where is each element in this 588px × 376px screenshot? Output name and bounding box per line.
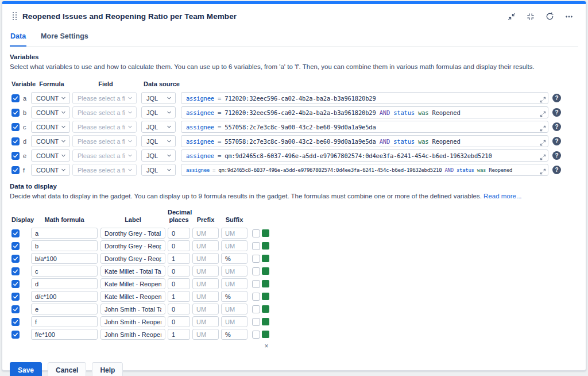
color-swatch[interactable]	[262, 318, 269, 325]
center-icon[interactable]	[527, 13, 535, 21]
jql-query-input[interactable]: assignee = qm:9d2465c8-6037-496e-a5dd-e9…	[181, 149, 548, 162]
math-formula-input[interactable]	[31, 228, 98, 239]
jql-query-input[interactable]: assignee = 557058:2c7e3c8c-9a00-43c2-be6…	[181, 135, 548, 147]
help-icon[interactable]: ?	[552, 151, 561, 160]
prefix-input[interactable]	[192, 228, 219, 239]
variable-enabled-checkbox[interactable]	[11, 123, 20, 131]
prefix-input[interactable]	[192, 266, 219, 277]
display-enabled-checkbox[interactable]	[11, 305, 20, 313]
display-enabled-checkbox[interactable]	[11, 293, 20, 301]
label-input[interactable]	[100, 329, 165, 340]
formula-select[interactable]: COUNT	[31, 106, 70, 118]
data-source-select[interactable]: JQL	[141, 121, 176, 133]
color-enabled-checkbox[interactable]	[252, 242, 260, 250]
prefix-input[interactable]	[192, 329, 219, 340]
formula-select[interactable]: COUNT	[31, 149, 70, 162]
variable-enabled-checkbox[interactable]	[11, 166, 20, 174]
math-formula-input[interactable]	[31, 266, 98, 277]
color-enabled-checkbox[interactable]	[252, 280, 260, 288]
data-source-select[interactable]: JQL	[141, 149, 176, 162]
refresh-icon[interactable]	[546, 12, 554, 21]
variable-enabled-checkbox[interactable]	[11, 94, 20, 102]
field-select[interactable]: Please select a field	[72, 106, 137, 118]
display-enabled-checkbox[interactable]	[11, 229, 20, 237]
label-input[interactable]	[100, 291, 165, 302]
prefix-input[interactable]	[192, 240, 219, 251]
suffix-input[interactable]	[221, 304, 247, 314]
color-enabled-checkbox[interactable]	[252, 267, 260, 275]
display-enabled-checkbox[interactable]	[11, 267, 20, 275]
help-icon[interactable]: ?	[552, 108, 561, 117]
display-enabled-checkbox[interactable]	[11, 255, 20, 263]
formula-select[interactable]: COUNT	[31, 121, 70, 133]
label-input[interactable]	[100, 316, 165, 327]
label-input[interactable]	[100, 304, 165, 314]
jql-query-input[interactable]: assignee = 712020:32eec596-ca02-4b2a-ba2…	[181, 92, 548, 104]
decimal-places-input[interactable]	[168, 228, 190, 239]
formula-select[interactable]: COUNT	[31, 164, 70, 176]
data-source-select[interactable]: JQL	[141, 164, 176, 176]
data-source-select[interactable]: JQL	[141, 135, 176, 147]
decimal-places-input[interactable]	[168, 240, 190, 251]
suffix-input[interactable]	[221, 316, 247, 327]
math-formula-input[interactable]	[31, 278, 98, 289]
field-select[interactable]: Please select a field	[72, 149, 137, 162]
color-swatch[interactable]	[262, 305, 269, 313]
prefix-input[interactable]	[192, 253, 219, 264]
cancel-button[interactable]: Cancel	[48, 362, 86, 376]
field-select[interactable]: Please select a field	[72, 135, 137, 147]
field-select[interactable]: Please select a field	[72, 92, 137, 104]
expand-icon[interactable]	[540, 124, 546, 133]
jql-query-input[interactable]: assignee = 557058:2c7e3c8c-9a00-43c2-be6…	[181, 121, 548, 133]
prefix-input[interactable]	[192, 316, 219, 327]
jql-query-input[interactable]: assignee = 712020:32eec596-ca02-4b2a-ba2…	[181, 106, 548, 118]
field-select[interactable]: Please select a field	[72, 121, 137, 133]
decimal-places-input[interactable]	[168, 316, 190, 327]
color-enabled-checkbox[interactable]	[252, 293, 260, 301]
decimal-places-input[interactable]	[168, 266, 190, 277]
save-button[interactable]: Save	[10, 362, 42, 376]
color-swatch[interactable]	[262, 229, 269, 237]
display-enabled-checkbox[interactable]	[11, 331, 20, 339]
math-formula-input[interactable]	[31, 291, 98, 302]
prefix-input[interactable]	[192, 278, 219, 289]
help-icon[interactable]: ?	[552, 94, 561, 102]
label-input[interactable]	[100, 240, 165, 251]
suffix-input[interactable]	[221, 228, 247, 239]
label-input[interactable]	[100, 253, 165, 264]
suffix-input[interactable]	[221, 253, 247, 264]
display-enabled-checkbox[interactable]	[11, 242, 20, 250]
suffix-input[interactable]	[221, 266, 247, 277]
variable-enabled-checkbox[interactable]	[11, 109, 20, 117]
color-enabled-checkbox[interactable]	[252, 305, 260, 313]
decimal-places-input[interactable]	[168, 291, 190, 302]
color-enabled-checkbox[interactable]	[252, 331, 260, 339]
help-icon[interactable]: ?	[552, 122, 561, 131]
field-select[interactable]: Please select a field	[72, 164, 137, 176]
variable-enabled-checkbox[interactable]	[11, 152, 20, 160]
more-options-icon[interactable]	[565, 13, 573, 21]
label-input[interactable]	[100, 266, 165, 277]
tab-more-settings[interactable]: More Settings	[40, 32, 89, 46]
color-swatch[interactable]	[262, 255, 269, 262]
collapse-icon[interactable]	[508, 13, 516, 21]
math-formula-input[interactable]	[31, 253, 98, 264]
display-enabled-checkbox[interactable]	[11, 280, 20, 288]
help-icon[interactable]: ?	[552, 137, 561, 145]
color-swatch[interactable]	[262, 293, 269, 300]
color-swatch[interactable]	[262, 280, 269, 287]
close-icon[interactable]: ×	[262, 343, 270, 350]
read-more-link[interactable]: Read more...	[483, 193, 521, 199]
suffix-input[interactable]	[221, 291, 247, 302]
decimal-places-input[interactable]	[168, 304, 190, 314]
tab-data[interactable]: Data	[10, 32, 26, 47]
decimal-places-input[interactable]	[168, 278, 190, 289]
display-enabled-checkbox[interactable]	[11, 318, 20, 326]
drag-handle-icon[interactable]	[13, 12, 17, 21]
color-enabled-checkbox[interactable]	[252, 318, 260, 326]
color-swatch[interactable]	[262, 331, 269, 338]
decimal-places-input[interactable]	[168, 329, 190, 340]
data-source-select[interactable]: JQL	[141, 92, 176, 104]
label-input[interactable]	[100, 228, 165, 239]
prefix-input[interactable]	[192, 304, 219, 314]
